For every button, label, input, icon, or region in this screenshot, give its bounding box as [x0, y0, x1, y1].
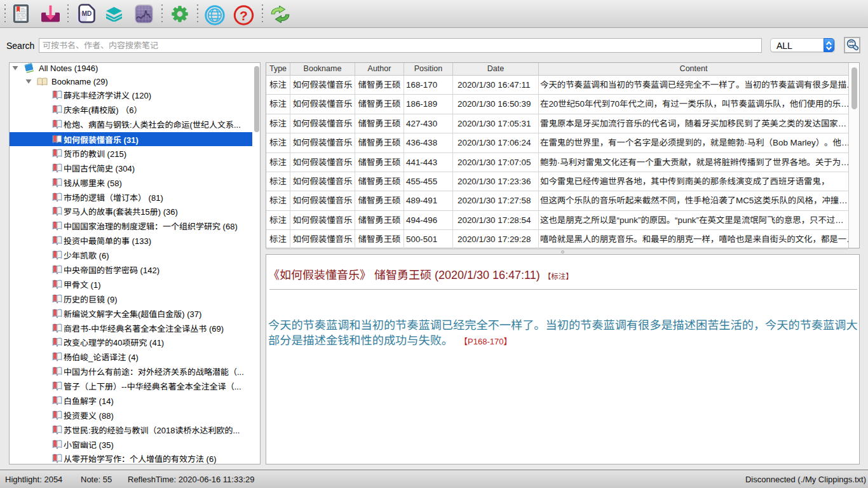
- svg-text:?: ?: [240, 8, 248, 23]
- svg-text:MD: MD: [82, 10, 92, 17]
